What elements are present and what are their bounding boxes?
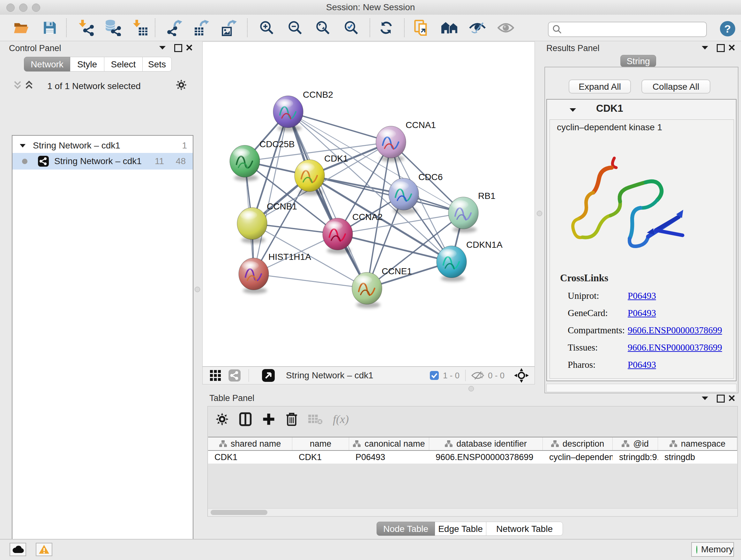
zoom-selected-icon[interactable]: [343, 19, 360, 37]
column-header-database-identifier[interactable]: database identifier: [429, 437, 543, 450]
cell-description[interactable]: cyclin–dependent ...: [543, 451, 613, 463]
eye-icon[interactable]: [497, 19, 515, 37]
cell-name[interactable]: CDK1: [292, 451, 349, 463]
collection-expand-icon[interactable]: [19, 144, 26, 148]
column-header-namespace[interactable]: namespace: [658, 437, 737, 450]
warning-icon[interactable]: [36, 543, 52, 556]
tab-select[interactable]: Select: [105, 57, 143, 71]
left-splitter-grip[interactable]: [195, 287, 200, 292]
table-gear-icon[interactable]: [215, 413, 229, 426]
cell-canonical-name[interactable]: P06493: [349, 451, 429, 463]
export-network-icon[interactable]: [166, 19, 183, 37]
network-node-CCNB1[interactable]: CCNB1: [237, 201, 297, 243]
export-table-icon[interactable]: [193, 19, 211, 37]
tab-sets[interactable]: Sets: [143, 57, 172, 71]
zoom-in-icon[interactable]: [258, 19, 275, 37]
column-header-shared-name[interactable]: shared name: [208, 437, 292, 450]
control-panel-tabs: Network Style Select Sets: [24, 57, 172, 71]
float-panel-icon[interactable]: [717, 395, 725, 402]
tab-string[interactable]: String: [620, 55, 656, 67]
results-panel-title: Results Panel: [546, 44, 600, 53]
birds-eye-crosshair-icon[interactable]: [514, 368, 529, 383]
selection-status-group: 1 - 0 0 - 0: [429, 368, 535, 383]
network-view-share-icon[interactable]: [228, 369, 241, 382]
delete-column-trash-icon[interactable]: [286, 412, 298, 426]
node-label-CCNA1: CCNA1: [406, 120, 436, 130]
table-hscrollbar[interactable]: [208, 508, 737, 516]
horizontal-splitter-grip[interactable]: [468, 386, 474, 391]
search-input[interactable]: [562, 24, 697, 35]
column-header-canonical-name[interactable]: canonical name: [349, 437, 429, 450]
zoom-fit-icon[interactable]: [314, 19, 332, 37]
import-table-file-icon[interactable]: [132, 19, 149, 37]
application-window: Session: New Session: [0, 0, 741, 560]
detach-view-icon[interactable]: [262, 369, 275, 382]
network-graph[interactable]: CCNB2CCNA1CDC25BCDK1CDC6RB1CCNB1CCNA2CDK…: [202, 42, 535, 367]
float-panel-icon[interactable]: [717, 44, 725, 52]
network-node-CDC6[interactable]: CDC6: [389, 172, 443, 214]
crosslink-value[interactable]: 9606.ENSP00000378699: [628, 325, 722, 335]
cell-shared-name[interactable]: CDK1: [208, 451, 292, 463]
results-scrollbar[interactable]: [546, 384, 737, 392]
float-panel-icon[interactable]: [174, 44, 182, 52]
selected-checkbox-icon[interactable]: [429, 371, 439, 380]
show-columns-icon[interactable]: [239, 412, 252, 426]
tab-style[interactable]: Style: [70, 57, 105, 71]
table-hscrollbar-thumb[interactable]: [211, 510, 267, 515]
crosslink-value[interactable]: P06493: [628, 291, 656, 301]
import-network-database-icon[interactable]: [105, 19, 122, 37]
expand-all-button[interactable]: Expand All: [569, 79, 631, 94]
import-network-file-icon[interactable]: [77, 19, 95, 37]
panel-menu-icon[interactable]: [159, 45, 166, 50]
node-label-CCNE1: CCNE1: [382, 266, 412, 276]
network-collection-row[interactable]: String Network – cdk1 1: [12, 138, 193, 153]
network-row-selected[interactable]: String Network – cdk1 11 48: [12, 153, 193, 170]
network-node-CCNA1[interactable]: CCNA1: [376, 120, 436, 162]
column-header--id[interactable]: @id: [613, 437, 658, 450]
node-table-row[interactable]: CDK1CDK1P064939606.ENSP00000378699cyclin…: [208, 451, 737, 463]
refresh-icon[interactable]: [378, 19, 395, 37]
column-header-description[interactable]: description: [543, 437, 613, 450]
tab-edge-table[interactable]: Edge Table: [435, 522, 486, 536]
column-header-name[interactable]: name: [292, 437, 349, 450]
search-field[interactable]: [548, 22, 707, 37]
close-panel-icon[interactable]: [186, 44, 193, 51]
crosslink-value[interactable]: P06493: [628, 360, 656, 370]
collapse-all-button[interactable]: Collapse All: [642, 79, 711, 94]
network-node-CDKN1A[interactable]: CDKN1A: [436, 240, 502, 282]
help-icon[interactable]: ?: [720, 21, 735, 37]
network-node-HIST1H1A[interactable]: HIST1H1A: [239, 252, 311, 294]
network-node-RB1[interactable]: RB1: [448, 191, 495, 233]
panel-menu-icon[interactable]: [701, 45, 709, 50]
tab-network[interactable]: Network: [24, 57, 70, 71]
cell-database-identifier[interactable]: 9606.ENSP00000378699: [429, 451, 543, 463]
tab-node-table[interactable]: Node Table: [377, 522, 435, 536]
cell-namespace[interactable]: stringdb: [658, 451, 737, 463]
add-column-icon[interactable]: [262, 413, 275, 426]
export-image-icon[interactable]: [221, 19, 239, 37]
main-toolbar: ?: [0, 15, 741, 41]
network-options-gear-icon[interactable]: [176, 79, 187, 91]
save-session-icon[interactable]: [41, 19, 58, 37]
network-node-CCNE1[interactable]: CCNE1: [352, 266, 412, 308]
close-panel-icon[interactable]: [728, 44, 735, 51]
control-panel: Control Panel Network Style Select Sets …: [4, 42, 190, 532]
memory-button[interactable]: Memory: [691, 542, 734, 557]
grid-view-icon[interactable]: [210, 370, 221, 381]
panel-menu-icon[interactable]: [701, 396, 709, 400]
cloud-icon[interactable]: [10, 543, 26, 556]
zoom-out-icon[interactable]: [286, 19, 304, 37]
network-node-CDK1[interactable]: CDK1: [294, 153, 348, 195]
crosslink-value[interactable]: 9606.ENSP00000378699: [628, 342, 722, 353]
section-collapse-icon[interactable]: [569, 108, 576, 112]
houses-icon[interactable]: [441, 19, 458, 37]
cell--id[interactable]: stringdb:9...: [613, 451, 658, 463]
open-file-icon[interactable]: [13, 19, 30, 37]
eye-pencil-icon[interactable]: [469, 19, 486, 37]
crosslink-value[interactable]: P06493: [628, 308, 656, 318]
documents-icon[interactable]: [413, 19, 430, 37]
tab-network-table[interactable]: Network Table: [486, 522, 563, 536]
hidden-eye-icon[interactable]: [471, 371, 484, 380]
close-panel-icon[interactable]: [728, 395, 735, 401]
node-table: shared namenamecanonical namedatabase id…: [208, 437, 737, 463]
